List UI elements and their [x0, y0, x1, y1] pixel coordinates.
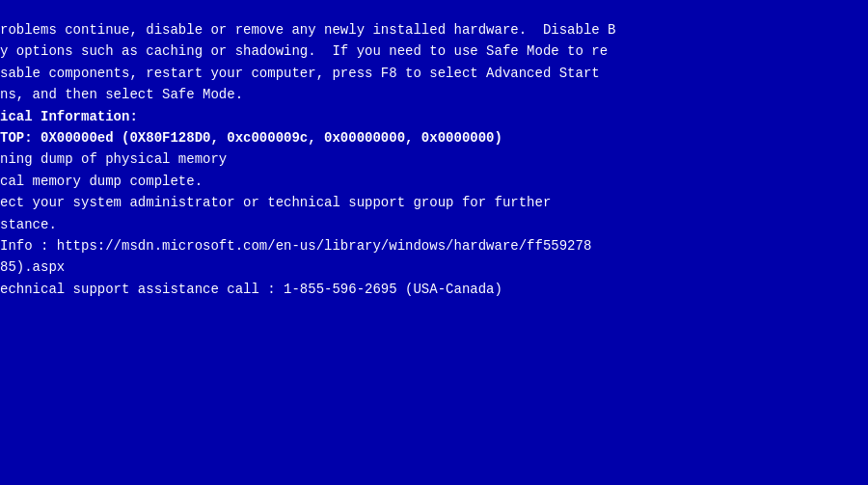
bsod-content: roblems continue, disable or remove any … — [0, 19, 868, 300]
bsod-line: ical Information: — [0, 106, 868, 127]
bsod-line: ning dump of physical memory — [0, 148, 868, 170]
bsod-line: sable components, restart your computer,… — [0, 63, 868, 84]
bsod-line: y options such as caching or shadowing. … — [0, 40, 868, 62]
bsod-line: ns, and then select Safe Mode. — [0, 84, 868, 105]
bsod-line: cal memory dump complete. — [0, 171, 868, 192]
bsod-line: 85).aspx — [0, 256, 868, 278]
bsod-line: roblems continue, disable or remove any … — [0, 19, 868, 40]
bsod-line: echnical support assistance call : 1-855… — [0, 279, 868, 300]
bsod-line: TOP: 0X00000ed (0X80F128D0, 0xc000009c, … — [0, 127, 868, 148]
bsod-line: Info : https://msdn.microsoft.com/en-us/… — [0, 235, 868, 256]
bsod-screen: roblems continue, disable or remove any … — [0, 0, 868, 485]
bsod-line: stance. — [0, 214, 868, 235]
bsod-line: ect your system administrator or technic… — [0, 192, 868, 213]
